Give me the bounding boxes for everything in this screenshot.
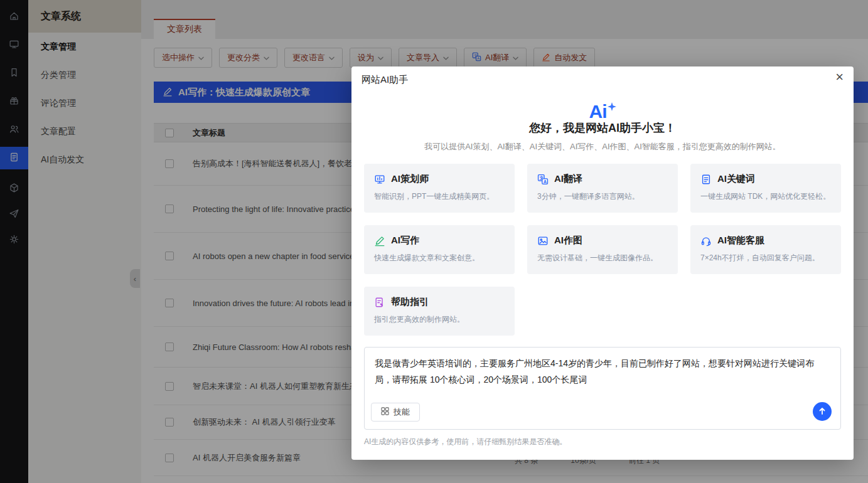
card-title: AI智能客服: [717, 235, 764, 247]
assistant-greeting: 您好，我是网站AI助手小宝！: [351, 120, 854, 135]
image-icon: [537, 235, 549, 247]
modal-title: 网站AI助手: [362, 74, 408, 86]
card-desc: 一键生成网站 TDK，网站优化更轻松。: [700, 191, 831, 202]
ai-assistant-modal: 网站AI助手 × Ai 您好，我是网站AI助手小宝！ 我可以提供AI策划、AI翻…: [351, 66, 854, 460]
ai-disclaimer: AI生成的内容仅供参考，使用前，请仔细甄别结果是否准确。: [364, 437, 567, 447]
card-ai-service[interactable]: AI智能客服 7×24h不打烊，自动回复客户问题。: [690, 225, 841, 274]
card-title: AI关键词: [717, 173, 755, 185]
card-help-guide[interactable]: 帮助指引 指引您更高效的制作网站。: [364, 287, 515, 336]
card-title: AI作图: [554, 235, 582, 247]
guide-icon: [374, 297, 385, 308]
card-title: AI写作: [391, 235, 419, 247]
arrow-up-icon: [818, 406, 827, 417]
skills-button[interactable]: 技能: [371, 403, 420, 422]
card-ai-translate[interactable]: 文A AI翻译 3分钟，一键翻译多语言网站。: [527, 164, 678, 213]
headset-icon: [700, 235, 712, 247]
planner-icon: [374, 174, 385, 185]
skills-button-label: 技能: [394, 406, 410, 418]
close-icon[interactable]: ×: [835, 70, 844, 84]
feature-cards: AI策划师 智能识别，PPT一键生成精美网页。 文A AI翻译 3分钟，一键翻译…: [364, 164, 841, 336]
prompt-input[interactable]: 我是做青少年英语培训的，主要服务广州地区4-14岁的青少年，目前已制作好了网站，…: [364, 347, 841, 430]
ai-logo-text: Ai: [589, 101, 607, 122]
card-ai-keywords[interactable]: AI关键词 一键生成网站 TDK，网站优化更轻松。: [690, 164, 841, 213]
card-desc: 无需设计基础，一键生成图像作品。: [537, 253, 668, 263]
card-desc: 快速生成爆款文章和文案创意。: [374, 253, 505, 263]
keyword-icon: [700, 174, 712, 185]
card-title: AI策划师: [391, 173, 429, 185]
assistant-intro: 我可以提供AI策划、AI翻译、AI关键词、AI写作、AI作图、AI智能客服，指引…: [351, 141, 854, 152]
card-desc: 智能识别，PPT一键生成精美网页。: [374, 191, 505, 202]
card-title: 帮助指引: [391, 296, 429, 308]
card-ai-planner[interactable]: AI策划师 智能识别，PPT一键生成精美网页。: [364, 164, 515, 213]
prompt-input-value[interactable]: 我是做青少年英语培训的，主要服务广州地区4-14岁的青少年，目前已制作好了网站，…: [365, 348, 840, 388]
write-icon: [374, 235, 385, 247]
translate-icon: 文A: [537, 174, 549, 185]
card-title: AI翻译: [554, 173, 582, 185]
card-ai-image[interactable]: AI作图 无需设计基础，一键生成图像作品。: [527, 225, 678, 274]
grid-icon: [381, 407, 389, 417]
card-desc: 3分钟，一键翻译多语言网站。: [537, 191, 668, 202]
card-desc: 7×24h不打烊，自动回复客户问题。: [700, 253, 831, 263]
card-desc: 指引您更高效的制作网站。: [374, 314, 505, 325]
card-ai-writing[interactable]: AI写作 快速生成爆款文章和文案创意。: [364, 225, 515, 274]
svg-text:A: A: [544, 179, 547, 183]
ai-logo: Ai: [351, 94, 854, 122]
sparkle-icon: [608, 94, 616, 115]
send-button[interactable]: [813, 402, 832, 421]
